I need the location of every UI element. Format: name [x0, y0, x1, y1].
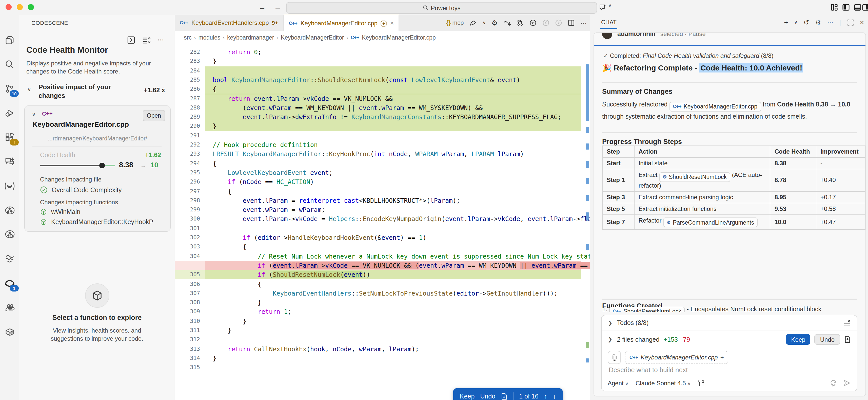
code-line[interactable]: 289 event.lParam->dwExtraInfo != Keyboar…	[175, 113, 586, 122]
code-line[interactable]: 307 KeyboardEventHandlers::SetNumLockToP…	[175, 289, 586, 298]
undo-button[interactable]: Undo	[480, 393, 495, 400]
prev-change-icon[interactable]	[542, 19, 550, 26]
code-line[interactable]: 313 return CallNextHookEx(hook, nCode, w…	[175, 344, 586, 354]
codescene-ace-icon[interactable]	[4, 229, 16, 241]
add-context-icon[interactable]: +	[720, 354, 724, 361]
code-line[interactable]: 304 // Reset Num Lock whenever a NumLock…	[175, 252, 586, 261]
mcp-indicator[interactable]: {} mcp	[446, 19, 464, 26]
file-health-card[interactable]: ∨ C++ Open KeyboardManagerEditor.cpp ...…	[24, 106, 170, 232]
code-line[interactable]: 285bool KeyboardManagerEditor::ShouldRes…	[175, 76, 586, 85]
code-line[interactable]: 302 if (editor->HandleKeyboardHookEvent(…	[175, 233, 586, 242]
code-line[interactable]: 299 event.wParam = wParam;	[175, 205, 586, 215]
code-line[interactable]: 295 LowlevelKeyboardEvent event;	[175, 168, 586, 178]
codescene-icon[interactable]	[4, 204, 16, 217]
traffic-light-close[interactable]	[6, 4, 12, 10]
code-line[interactable]: 296 if (nCode == HC_ACTION)	[175, 177, 586, 187]
extensions-icon[interactable]: !	[4, 131, 16, 143]
code-line[interactable]: 283}	[175, 57, 586, 66]
code-line[interactable]: 308 }	[175, 298, 586, 308]
code-line[interactable]: 286{	[175, 85, 586, 94]
tab-keyboardeventhandlers[interactable]: C++ KeyboardEventHandlers.cpp 9+	[175, 15, 284, 31]
more-actions-icon[interactable]: ⋯	[827, 19, 833, 26]
nav-back-icon[interactable]: ←	[258, 3, 266, 11]
nav-forward-icon[interactable]: →	[274, 3, 282, 11]
close-icon[interactable]: ×	[860, 18, 864, 26]
command-center-search[interactable]: PowerToys	[286, 2, 597, 14]
chevron-down-icon[interactable]: ∨	[608, 3, 612, 8]
next-change-arrow-icon[interactable]: ↓	[553, 393, 556, 400]
function-chip[interactable]: ⚙ShouldResetNumLock	[659, 172, 730, 182]
breadcrumb-item[interactable]: KeyboardManagerEditor.cpp	[362, 34, 436, 40]
traffic-light-zoom[interactable]	[28, 4, 34, 10]
close-icon[interactable]: ×	[390, 20, 394, 27]
more-actions-icon[interactable]: ⋯	[580, 19, 587, 27]
settings-gear-icon[interactable]: ⚙	[815, 19, 821, 26]
tools-icon[interactable]	[698, 379, 705, 387]
keep-button[interactable]: Keep	[460, 393, 474, 400]
code-line[interactable]: 291	[175, 131, 586, 140]
file-chip[interactable]: C++KeyboardManagerEditor.cpp	[669, 102, 761, 112]
breadcrumb-item[interactable]: modules	[198, 34, 220, 40]
gitlens-icon[interactable]	[4, 180, 16, 192]
new-chat-icon[interactable]: +	[784, 19, 788, 26]
modified-indicator-icon[interactable]	[380, 20, 387, 27]
code-line[interactable]: 310 }	[175, 317, 586, 326]
open-preview-icon[interactable]	[127, 36, 135, 44]
impact-file-item[interactable]: Overall Code Complexity	[40, 186, 122, 194]
undo-button[interactable]: Undo	[814, 334, 840, 345]
mode-picker[interactable]: Agent∨	[608, 379, 628, 387]
customize-layout-icon[interactable]	[831, 4, 838, 11]
breadcrumb-item[interactable]: KeyboardManagerEditor	[281, 34, 344, 40]
code-line[interactable]: 292// Hook procedure definition	[175, 140, 586, 150]
container-icon[interactable]	[4, 326, 16, 338]
more-actions-icon[interactable]: ⋯	[157, 36, 164, 44]
diff-file-icon[interactable]	[844, 336, 851, 343]
impacted-function[interactable]: wWinMain	[40, 208, 80, 216]
code-line[interactable]: 288 (event.wParam == WM_KEYDOWN || event…	[175, 104, 586, 113]
code-line[interactable]: 284	[175, 66, 586, 76]
checklist-icon[interactable]	[843, 319, 851, 326]
code-line[interactable]: 290}	[175, 122, 586, 131]
code-line[interactable]: 312	[175, 335, 586, 345]
code-line[interactable]: 314}	[175, 354, 586, 363]
attached-file-chip[interactable]: C++ KeyboardManagerEditor.cpp +	[625, 351, 728, 364]
collapse-all-icon[interactable]	[142, 36, 150, 44]
code-line[interactable]: 303 {	[175, 242, 586, 252]
code-line[interactable]: 287 return event.lParam->vkCode == VK_NU…	[175, 94, 586, 104]
code-line[interactable]: 306 {	[175, 280, 586, 289]
settings-gear-icon[interactable]: ⚙	[492, 19, 498, 27]
traffic-light-minimize[interactable]	[17, 4, 23, 10]
model-picker[interactable]: Claude Sonnet 4.5∨	[636, 379, 691, 387]
impacted-function[interactable]: KeyboardManagerEditor::KeyHookP	[40, 219, 153, 226]
discard-icon[interactable]	[529, 19, 537, 26]
explorer-icon[interactable]	[4, 34, 16, 46]
tab-keyboardmanagereditor[interactable]: C++ KeyboardManagerEditor.cpp ×	[284, 15, 399, 31]
code-line[interactable]: 297 {	[175, 187, 586, 196]
goggles-icon[interactable]: 1	[4, 277, 16, 289]
chevron-down-icon[interactable]: ∨	[794, 20, 797, 25]
toggle-secondary-sidebar-icon[interactable]	[862, 4, 868, 11]
voice-input-icon[interactable]	[830, 379, 837, 387]
chat-input[interactable]: Describe what to build next	[609, 366, 688, 374]
chevron-down-icon[interactable]: ∨	[32, 112, 36, 117]
breadcrumb-item[interactable]: src	[184, 34, 192, 40]
diff-file-icon[interactable]	[501, 393, 507, 400]
open-file-button[interactable]: Open	[143, 110, 165, 121]
slider-knob[interactable]	[99, 163, 105, 168]
code-line[interactable]: 311 }	[175, 326, 586, 335]
files-changed-row[interactable]: ❯ 2 files changed +153 -79 Keep Undo	[601, 331, 857, 348]
code-line[interactable]: 301	[175, 224, 586, 233]
maximize-icon[interactable]	[847, 19, 854, 26]
code-line[interactable]: 293LRESULT KeyboardManagerEditor::KeyHoo…	[175, 150, 586, 159]
attach-button[interactable]	[608, 351, 621, 364]
todos-row[interactable]: ❯ Todos (8/8)	[601, 315, 857, 331]
send-icon[interactable]	[843, 379, 851, 387]
split-editor-icon[interactable]	[568, 19, 575, 26]
source-control-icon[interactable]: 10	[4, 83, 16, 95]
code-line-added[interactable]: 305 if (ShouldResetNumLock(event))	[175, 270, 586, 280]
chat-icon[interactable]	[4, 155, 16, 168]
function-chip[interactable]: ⚙ParseCommandLineArguments	[663, 218, 757, 227]
search-icon[interactable]	[4, 58, 16, 70]
code-line[interactable]: 298 event.lParam = reinterpret_cast<KBDL…	[175, 196, 586, 206]
pull-request-icon[interactable]	[517, 19, 524, 26]
